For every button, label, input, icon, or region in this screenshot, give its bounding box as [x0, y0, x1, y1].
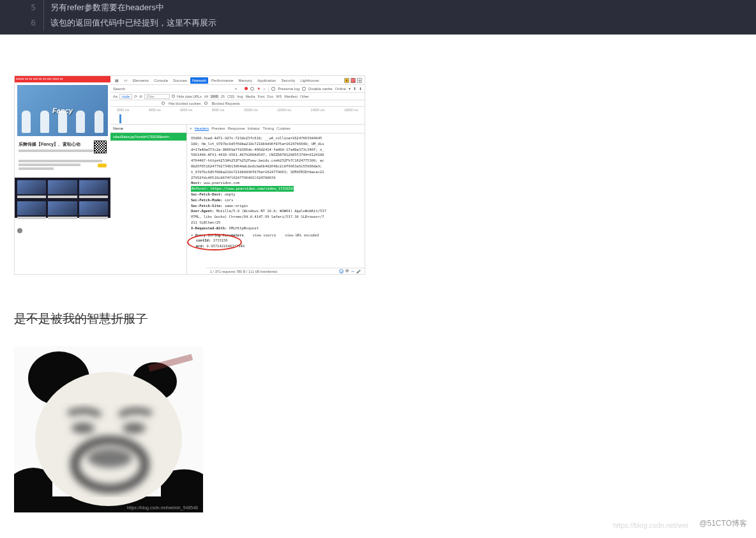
network-timeline[interactable]: 2000 ms 4000 ms 6000 ms 8000 ms 10000 ms… — [110, 107, 365, 125]
filter-input[interactable]: Filter — [144, 94, 170, 99]
disable-cache-checkbox[interactable] — [302, 87, 306, 91]
content-split: Name videoStatus.jsp?contId=1733156&mrd=… — [110, 125, 365, 274]
sync-icon[interactable]: ⊖ — [339, 269, 344, 273]
code-text: 另有refer参数需要在headers中 — [43, 0, 164, 15]
status-bar: 1 / 371 requests 780 B / 111 kB transfer… — [206, 268, 365, 274]
svg-point-8 — [87, 449, 132, 468]
tab-security[interactable]: Security — [279, 77, 297, 84]
blocked-requests-label: Blocked Requests — [211, 102, 239, 105]
close-search-icon[interactable]: × — [235, 87, 238, 91]
request-item[interactable]: videoStatus.jsp?contId=1733156&mrd=... — [110, 133, 186, 141]
lang-toggle[interactable]: 中 — [345, 269, 349, 273]
mini-thumb[interactable] — [17, 180, 46, 194]
tab-preview[interactable]: Preview — [211, 127, 225, 131]
search-icon[interactable]: ⌕ — [263, 87, 266, 91]
close-detail-icon[interactable]: × — [190, 127, 192, 131]
name-column-header: Name — [110, 125, 186, 133]
refresh-icon[interactable]: ⟳ — [134, 95, 137, 98]
csdn-watermark: https://blog.csdn.net/wei — [613, 521, 688, 529]
regex-input[interactable]: node — [119, 94, 132, 99]
tab-initiator[interactable]: Initiator — [248, 127, 261, 131]
hide-urls-label: Hide data URLs — [177, 95, 202, 98]
yellow-button[interactable] — [98, 164, 107, 167]
mini-thumb[interactable] — [17, 201, 46, 215]
related-videos — [15, 178, 110, 218]
ft-font[interactable]: Font — [257, 95, 265, 98]
code-text: 该包的返回值代码中已经提到，这里不再展示 — [43, 15, 216, 31]
video-meta: 乐舞传媒【Fancy】、蓝钻心动 — [15, 139, 110, 174]
cto-watermark: @51CTO博客 — [699, 518, 747, 529]
inspect-icon[interactable]: ▦ — [113, 77, 121, 84]
hide-urls-checkbox[interactable] — [172, 95, 175, 98]
settings-icon[interactable]: ⚙ — [357, 78, 362, 83]
ft-all[interactable]: All — [204, 95, 209, 98]
filter-types: All XHR JS CSS Img Media Font Doc WS Man… — [204, 95, 310, 98]
svg-point-5 — [72, 423, 94, 433]
tab-cookies[interactable]: Cookies — [276, 127, 291, 131]
tab-headers[interactable]: Headers — [195, 127, 209, 131]
tab-console[interactable]: Console — [152, 77, 170, 84]
preserve-log-label: Preserve log — [278, 87, 299, 91]
code-line-6: 6 该包的返回值代码中已经提到，这里不再展示 — [0, 15, 756, 31]
clear-filter-icon[interactable]: ⊘ — [139, 95, 142, 98]
mini-thumb[interactable] — [79, 180, 108, 194]
red-banner: xxxxx xx xx xxx xx xx xxx xxxx xx — [15, 76, 110, 82]
ft-doc[interactable]: Doc — [266, 95, 274, 98]
ft-other[interactable]: Other — [299, 95, 310, 98]
status-text: 1 / 371 requests 780 B / 111 kB transfer… — [210, 270, 277, 273]
timeline-marker — [119, 114, 121, 123]
filter-funnel-icon[interactable]: ▼ — [257, 87, 261, 91]
warnings-badge[interactable]: 4 — [344, 78, 349, 83]
preserve-log-checkbox[interactable] — [271, 87, 275, 91]
ft-manifest[interactable]: Manifest — [284, 95, 298, 98]
video-thumbnail[interactable]: Fancy — [17, 85, 108, 136]
code-line-5: 5 另有refer参数需要在headers中 — [0, 0, 756, 15]
headers-panel: × Headers Preview Response Initiator Tim… — [187, 125, 365, 274]
avatar-icon — [17, 228, 22, 233]
tab-response[interactable]: Response — [228, 127, 245, 131]
mini-thumb[interactable] — [48, 201, 77, 215]
clear-icon[interactable] — [250, 87, 254, 91]
devtools-panel: ▦ ▭ Elements Console Sources Network Per… — [110, 76, 365, 274]
referer-highlight: Referer: https://www.pearvideo.com/video… — [191, 186, 294, 192]
blocked-cookies-checkbox[interactable] — [162, 102, 165, 105]
tab-sources[interactable]: Sources — [171, 77, 189, 84]
mini-thumb[interactable] — [79, 201, 108, 215]
devtools-tabs: ▦ ▭ Elements Console Sources Network Per… — [110, 76, 365, 85]
download-icon[interactable]: ⬇ — [359, 86, 362, 91]
online-select[interactable]: Online — [335, 87, 346, 91]
blocked-requests-checkbox[interactable] — [204, 102, 208, 105]
errors-badge[interactable]: 57 — [351, 78, 356, 83]
tab-memory[interactable]: Memory — [236, 77, 254, 84]
qr-code — [94, 141, 107, 153]
mini-thumb[interactable] — [48, 180, 77, 194]
chevron-down-icon[interactable]: ▾ — [349, 86, 351, 91]
query-string-section[interactable]: Query String Parameters — [195, 233, 244, 237]
scissors-icon[interactable]: ✂ — [351, 270, 354, 273]
headers-body: 85d06-3ead-4d71-927e-723de25fc610; __wA_… — [187, 134, 365, 251]
aa-toggle[interactable]: Aa — [113, 95, 117, 98]
filter-row: Aa node ⟳ ⊘ Filter Hide data URLs All XH… — [110, 93, 365, 100]
line-number: 6 — [0, 15, 43, 31]
tab-timing[interactable]: Timing — [262, 127, 274, 131]
meme-image: https://blog.csdn.net/weixin_548548 — [14, 346, 203, 512]
tab-application[interactable]: Application — [255, 77, 278, 84]
dancers-graphic — [17, 111, 108, 136]
meme-watermark: https://blog.csdn.net/weixin_548548 — [127, 505, 198, 510]
ft-css[interactable]: CSS — [227, 95, 235, 98]
tab-lighthouse[interactable]: Lighthouse — [298, 77, 321, 84]
device-icon[interactable]: ▭ — [122, 77, 130, 84]
ft-media[interactable]: Media — [245, 95, 255, 98]
ft-js[interactable]: JS — [220, 95, 225, 98]
ft-ws[interactable]: WS — [275, 95, 282, 98]
tab-elements[interactable]: Elements — [131, 77, 151, 84]
request-list: Name videoStatus.jsp?contId=1733156&mrd=… — [110, 125, 187, 274]
tab-performance[interactable]: Performance — [209, 77, 235, 84]
ft-xhr[interactable]: XHR — [210, 95, 219, 98]
record-icon[interactable] — [245, 87, 248, 90]
ft-img[interactable]: Img — [236, 95, 243, 98]
mic-icon[interactable]: 🎤 — [356, 270, 361, 273]
upload-icon[interactable]: ⬆ — [353, 86, 356, 91]
tab-network[interactable]: Network — [190, 77, 208, 84]
strikethrough-caption: 是不是被我的智慧折服了 — [14, 311, 756, 327]
